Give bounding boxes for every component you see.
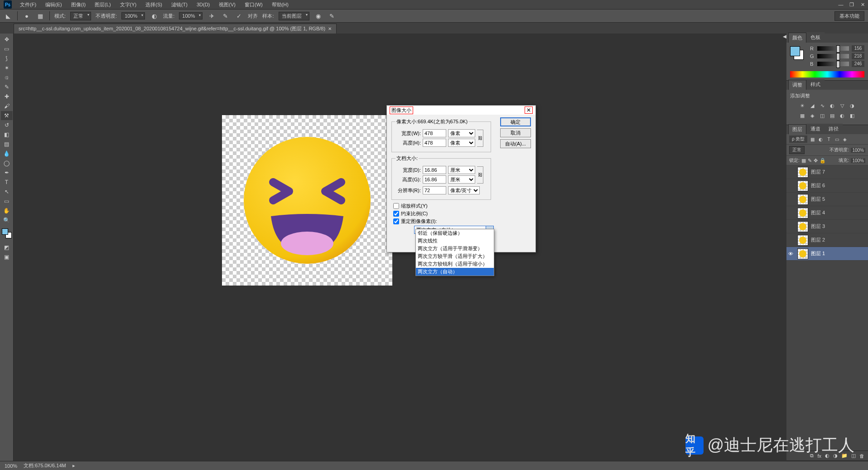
link-dimensions-icon[interactable]: ⛓ [477, 130, 483, 147]
menu-filter[interactable]: 滤镜(T) [168, 0, 191, 9]
dialog-titlebar[interactable]: 图像大小 ✕ [387, 106, 535, 115]
tablet-pressure-icon[interactable]: ✎ [328, 11, 337, 20]
new-layer-icon[interactable]: ◫ [851, 453, 856, 459]
rectangle-tool[interactable]: ▭ [1, 197, 13, 206]
eraser-tool[interactable]: ◧ [1, 130, 13, 139]
workspace-switcher[interactable]: 基本功能 [834, 11, 864, 21]
layer-row[interactable]: 图层 4 [786, 206, 868, 220]
vibrance-icon[interactable]: ▽ [839, 102, 846, 109]
color-swatch[interactable] [2, 228, 12, 238]
flow-input[interactable]: 100% [179, 12, 203, 19]
lasso-tool[interactable]: ⟆ [1, 54, 13, 63]
resolution-input[interactable] [423, 186, 446, 194]
dodge-tool[interactable]: ◯ [1, 159, 13, 168]
group-icon[interactable]: 📁 [841, 453, 848, 459]
brightness-icon[interactable]: ☀ [799, 102, 806, 109]
document-tab[interactable]: src=http__c-ssl.duitang.com_uploads_item… [14, 24, 337, 34]
tab-color[interactable]: 颜色 [788, 33, 806, 43]
tab-layers[interactable]: 图层 [788, 124, 806, 134]
g-slider[interactable] [817, 54, 849, 58]
tab-swatches[interactable]: 色板 [806, 32, 825, 43]
marquee-tool[interactable]: ▭ [1, 44, 13, 53]
pen-tool[interactable]: ✒ [1, 168, 13, 177]
opacity-input[interactable]: 100% [121, 12, 145, 19]
magic-wand-tool[interactable]: ✶ [1, 63, 13, 73]
menu-select[interactable]: 选择(S) [142, 0, 166, 9]
menu-type[interactable]: 文字(Y) [116, 0, 140, 9]
path-select-tool[interactable]: ↖ [1, 187, 13, 196]
lock-transparency-icon[interactable]: ▦ [801, 158, 806, 164]
brush-preset-icon[interactable]: ● [22, 11, 31, 20]
menu-image[interactable]: 图像(I) [68, 0, 89, 9]
lock-all-icon[interactable]: 🔒 [820, 158, 826, 164]
doc-height-unit-select[interactable]: 厘米 [448, 175, 475, 184]
r-value[interactable]: 156 [852, 45, 864, 52]
fx-icon[interactable]: fx [817, 453, 821, 459]
tool-preset-icon[interactable]: ◣ [4, 11, 13, 20]
eyedropper-tool[interactable]: ✎ [1, 82, 13, 92]
filter-shape-icon[interactable]: ▭ [834, 136, 840, 142]
auto-button[interactable]: 自动(A)... [500, 139, 531, 148]
fill-value[interactable]: 100% [851, 158, 865, 163]
bw-icon[interactable]: ▦ [799, 112, 806, 119]
layer-row[interactable]: 图层 5 [786, 193, 868, 206]
history-brush-tool[interactable]: ↺ [1, 121, 13, 130]
menu-layer[interactable]: 图层(L) [91, 0, 114, 9]
brush-tool[interactable]: 🖌 [1, 102, 13, 111]
filter-adjustment-icon[interactable]: ◐ [817, 136, 824, 142]
window-minimize-icon[interactable]: — [835, 1, 846, 8]
dialog-close-icon[interactable]: ✕ [525, 107, 533, 114]
width-input[interactable] [423, 129, 446, 137]
panel-color-swatch[interactable] [790, 46, 804, 60]
invert-icon[interactable]: ◐ [839, 112, 846, 119]
zoom-tool[interactable]: 🔍 [1, 216, 13, 225]
menu-help[interactable]: 帮助(H) [268, 0, 292, 9]
doc-info[interactable]: 文档:675.0K/6.14M [24, 462, 66, 469]
height-input[interactable] [423, 139, 446, 147]
resample-checkbox[interactable] [393, 218, 399, 224]
layer-row[interactable]: 图层 6 [786, 179, 868, 193]
link-doc-dimensions-icon[interactable]: ⛓ [477, 166, 483, 184]
close-tab-icon[interactable]: ✕ [328, 26, 332, 31]
doc-width-input[interactable] [423, 166, 446, 174]
zoom-level[interactable]: 100% [5, 463, 17, 469]
window-close-icon[interactable]: ✕ [857, 1, 868, 8]
clone-stamp-tool[interactable]: ⚒ [1, 111, 13, 120]
tab-channels[interactable]: 通道 [806, 124, 825, 134]
blur-tool[interactable]: 💧 [1, 149, 13, 158]
curves-icon[interactable]: ∿ [819, 102, 826, 109]
dropdown-option[interactable]: 两次立方（自动） [416, 268, 494, 276]
constrain-checkbox[interactable] [393, 211, 399, 217]
menu-edit[interactable]: 编辑(E) [42, 0, 66, 9]
channel-mixer-icon[interactable]: ◫ [819, 112, 826, 119]
cancel-button[interactable]: 取消 [500, 128, 531, 137]
filter-type-icon[interactable]: T [825, 136, 832, 142]
doc-height-input[interactable] [423, 175, 446, 184]
scale-styles-checkbox[interactable] [393, 203, 399, 209]
layer-row[interactable]: 图层 3 [786, 220, 868, 233]
b-slider[interactable] [817, 62, 849, 66]
crop-tool[interactable]: ⟃ [1, 73, 13, 82]
dropdown-option[interactable]: 邻近（保留硬边缘） [416, 229, 494, 237]
filter-smart-icon[interactable]: ◈ [842, 136, 848, 142]
ignore-adjustment-icon[interactable]: ◉ [314, 11, 323, 20]
height-unit-select[interactable]: 像素 [448, 139, 475, 147]
adjustment-layer-icon[interactable]: ◑ [833, 453, 838, 459]
dropdown-option[interactable]: 两次立方较锐利（适用于缩小） [416, 260, 494, 268]
sample-select[interactable]: 当前图层 [279, 12, 309, 20]
layer-row[interactable]: 图层 7 [786, 165, 868, 179]
dropdown-option[interactable]: 两次立方（适用于平滑渐变） [416, 245, 494, 252]
type-tool[interactable]: T [1, 178, 13, 187]
menu-file[interactable]: 文件(F) [16, 0, 40, 9]
screen-mode-icon[interactable]: ▣ [1, 252, 13, 262]
tab-paths[interactable]: 路径 [825, 124, 843, 134]
layer-blend-mode[interactable]: 正常 [789, 146, 805, 154]
mask-icon[interactable]: ◐ [825, 453, 829, 459]
healing-brush-tool[interactable]: ✚ [1, 92, 13, 101]
tab-adjustments[interactable]: 调整 [788, 80, 806, 90]
menu-view[interactable]: 视图(V) [215, 0, 239, 9]
lock-position-icon[interactable]: ✥ [814, 158, 818, 164]
collapsed-dock[interactable]: ◀ [783, 34, 786, 461]
quick-mask-icon[interactable]: ◩ [1, 243, 13, 252]
posterize-icon[interactable]: ◧ [849, 112, 856, 119]
